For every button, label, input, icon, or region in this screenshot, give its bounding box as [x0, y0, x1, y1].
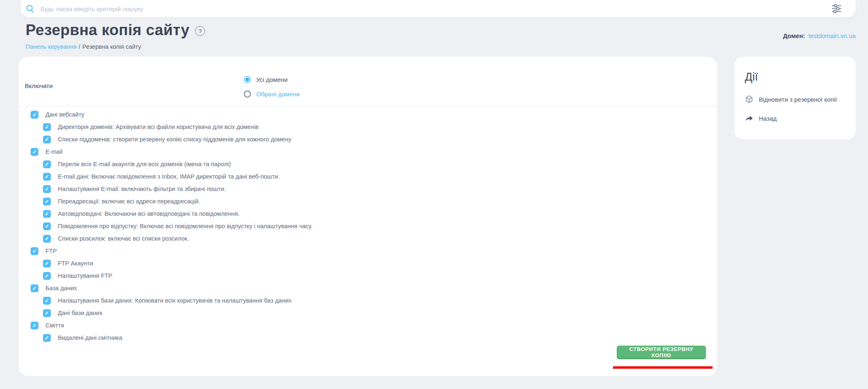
checkbox-checked-icon[interactable]: ✓ — [43, 185, 51, 193]
checkbox-checked-icon[interactable]: ✓ — [43, 160, 51, 168]
checkbox-label: E-mail дані: Включає повідомлення з Inbo… — [58, 173, 280, 180]
checkbox-row[interactable]: ✓Дані бази даних — [19, 307, 717, 319]
checkbox-row[interactable]: ✓FTP Акаунти — [19, 257, 717, 270]
package-icon — [745, 95, 754, 104]
radio-label: Усі домени — [256, 76, 288, 83]
checkbox-row[interactable]: ✓Автовідповідачі: Включаючи всі автовідп… — [19, 208, 717, 220]
radio-group: Усі домениОбрані домени — [244, 74, 300, 103]
checkbox-list: ✓Дані вебсайту✓Директорія доменів: Архів… — [19, 108, 717, 344]
help-icon[interactable]: ? — [195, 26, 205, 36]
forward-arrow-icon — [745, 115, 754, 122]
checkbox-label: Автовідповідачі: Включаючи всі автовідпо… — [58, 210, 240, 217]
checkbox-row[interactable]: ✓E-mail — [19, 146, 717, 158]
backup-page: Резервна копія сайту ? Панель керування/… — [0, 0, 868, 389]
domain-box: Домен:testdomain.vn.ua — [783, 32, 856, 39]
checkbox-checked-icon[interactable]: ✓ — [31, 284, 38, 292]
checkbox-checked-icon[interactable]: ✓ — [31, 148, 38, 156]
checkbox-row[interactable]: ✓База даних — [19, 282, 717, 294]
checkbox-label: Повідомлення про відпустку: Включає всі … — [58, 223, 312, 229]
checkbox-checked-icon[interactable]: ✓ — [43, 309, 51, 317]
radio-option[interactable]: Обрані домени — [244, 88, 300, 99]
divider — [19, 106, 717, 106]
radio-unselected-icon[interactable] — [244, 91, 251, 98]
checkbox-checked-icon[interactable]: ✓ — [43, 123, 51, 131]
checkbox-row[interactable]: ✓Повідомлення про відпустку: Включає всі… — [19, 220, 717, 232]
checkbox-label: База даних — [45, 285, 77, 291]
checkbox-label: Перелік всіх E-mail акаунтів для всіх до… — [58, 161, 231, 167]
checkbox-checked-icon[interactable]: ✓ — [43, 297, 51, 305]
checkbox-label: Переадресації: включає всі адреси переад… — [58, 198, 200, 205]
page-header: Резервна копія сайту ? Панель керування/… — [26, 21, 205, 50]
checkbox-row[interactable]: ✓E-mail дані: Включає повідомлення з Inb… — [19, 170, 717, 183]
filter-sliders-icon[interactable] — [832, 3, 842, 14]
create-backup-button[interactable]: СТВОРИТИ РЕЗЕРВНУ КОПІЮ — [617, 346, 706, 359]
checkbox-checked-icon[interactable]: ✓ — [43, 198, 51, 205]
checkbox-label: Видалені дані смітника — [58, 334, 122, 341]
page-title: Резервна копія сайту — [26, 21, 189, 39]
radio-label: Обрані домени — [256, 91, 300, 98]
checkbox-checked-icon[interactable]: ✓ — [43, 235, 51, 243]
checkbox-label: Директорія доменів: Архівувати всі файли… — [58, 124, 259, 130]
radio-option[interactable]: Усі домени — [244, 74, 300, 85]
checkbox-row[interactable]: ✓Налаштування бази даних: Копіювати всіх… — [19, 294, 717, 307]
search-input[interactable] — [40, 5, 832, 13]
checkbox-label: Дані бази даних — [58, 310, 103, 316]
checkbox-row[interactable]: ✓Директорія доменів: Архівувати всі файл… — [19, 121, 717, 133]
checkbox-row[interactable]: ✓Перелік всіх E-mail акаунтів для всіх д… — [19, 158, 717, 170]
checkbox-row[interactable]: ✓FTP — [19, 245, 717, 257]
search-bar — [21, 0, 856, 17]
checkbox-label: Налаштування E-mail: включають фільтри т… — [58, 186, 226, 192]
checkbox-row[interactable]: ✓Сміття — [19, 319, 717, 332]
include-label: Включати — [25, 82, 53, 89]
breadcrumb-separator: / — [79, 43, 80, 50]
checkbox-label: FTP Акаунти — [58, 260, 93, 267]
backup-form-card: Включати Усі домениОбрані домени ✓Дані в… — [19, 57, 717, 376]
checkbox-row[interactable]: ✓Налаштування E-mail: включають фільтри … — [19, 183, 717, 195]
breadcrumb-parent-link[interactable]: Панель керування — [26, 43, 76, 50]
action-label: Відновити з резервної копії — [759, 96, 837, 103]
search-icon — [26, 4, 35, 13]
checkbox-label: FTP — [45, 248, 57, 254]
checkbox-checked-icon[interactable]: ✓ — [43, 136, 51, 143]
checkbox-checked-icon[interactable]: ✓ — [43, 210, 51, 218]
checkbox-checked-icon[interactable]: ✓ — [43, 334, 51, 342]
checkbox-label: Списки розсилок: включає всі списки розс… — [58, 235, 189, 242]
checkbox-checked-icon[interactable]: ✓ — [31, 322, 38, 329]
checkbox-label: Налаштування FTP — [58, 272, 112, 279]
checkbox-checked-icon[interactable]: ✓ — [43, 173, 51, 181]
checkbox-row[interactable]: ✓Дані вебсайту — [19, 108, 717, 121]
radio-selected-icon[interactable] — [244, 76, 251, 83]
checkbox-row[interactable]: ✓Налаштування FTP — [19, 270, 717, 282]
checkbox-row[interactable]: ✓Списки піддоменів: створити резервну ко… — [19, 133, 717, 146]
checkbox-label: Дані вебсайту — [45, 111, 84, 118]
checkbox-label: Налаштування бази даних: Копіювати всіх … — [58, 297, 291, 304]
action-label: Назад — [759, 115, 777, 122]
checkbox-checked-icon[interactable]: ✓ — [31, 111, 38, 119]
checkbox-label: Сміття — [45, 322, 64, 329]
checkbox-label: E-mail — [45, 148, 62, 155]
checkbox-checked-icon[interactable]: ✓ — [43, 272, 51, 280]
actions-panel: Дії Відновити з резервної копії — [734, 57, 856, 139]
checkbox-row[interactable]: ✓Списки розсилок: включає всі списки роз… — [19, 232, 717, 245]
checkbox-checked-icon[interactable]: ✓ — [31, 247, 38, 255]
checkbox-row[interactable]: ✓Переадресації: включає всі адреси переа… — [19, 195, 717, 208]
checkbox-checked-icon[interactable]: ✓ — [43, 260, 51, 267]
actions-title: Дії — [745, 71, 758, 84]
breadcrumb: Панель керування/Резервна копія сайту — [26, 43, 205, 50]
breadcrumb-current: Резервна копія сайту — [82, 43, 141, 50]
restore-from-backup-action[interactable]: Відновити з резервної копії — [745, 95, 837, 104]
annotation-red-underline — [613, 366, 713, 369]
domain-label: Домен: — [783, 32, 805, 39]
checkbox-row[interactable]: ✓Видалені дані смітника — [19, 332, 717, 344]
back-action[interactable]: Назад — [745, 115, 777, 122]
checkbox-checked-icon[interactable]: ✓ — [43, 222, 51, 230]
domain-link[interactable]: testdomain.vn.ua — [808, 32, 856, 39]
checkbox-label: Списки піддоменів: створити резервну коп… — [58, 136, 291, 143]
